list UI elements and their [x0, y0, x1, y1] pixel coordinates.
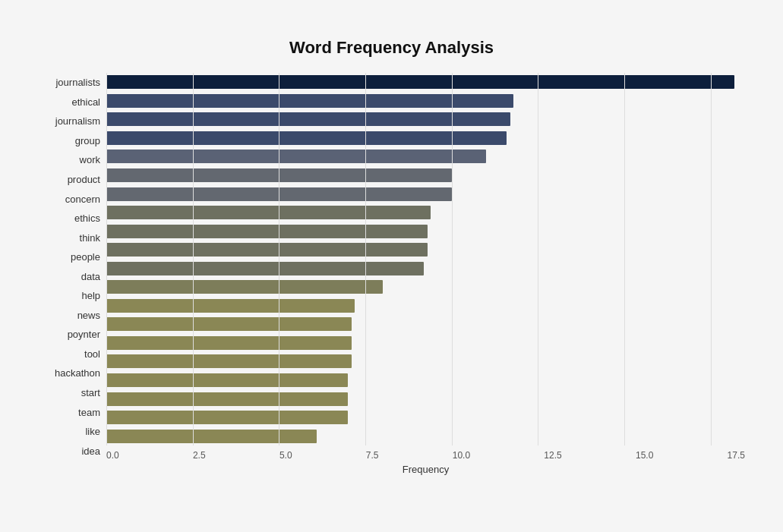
x-tick: 15.0: [636, 450, 653, 461]
y-label: hackathon: [38, 368, 100, 378]
bar: [106, 411, 348, 424]
chart-container: Word Frequency Analysis journalistsethic…: [15, 15, 768, 532]
y-label: ethical: [38, 97, 100, 107]
bar-row: [106, 297, 745, 314]
y-label: ethics: [38, 213, 100, 223]
x-tick: 7.5: [366, 450, 379, 461]
bar: [106, 206, 431, 219]
y-label: start: [38, 388, 100, 398]
y-label: like: [38, 427, 100, 436]
bar-row: [106, 372, 745, 389]
bar: [106, 336, 352, 350]
y-label: people: [38, 252, 100, 262]
x-tick: 5.0: [279, 450, 292, 461]
bar: [106, 392, 348, 406]
bar-row: [106, 353, 745, 370]
y-label: work: [38, 155, 100, 165]
chart-title: Word Frequency Analysis: [38, 30, 745, 58]
y-label: journalists: [38, 77, 100, 87]
y-label: concern: [38, 194, 100, 204]
bar-row: [106, 130, 745, 146]
bar: [106, 373, 348, 387]
x-tick: 2.5: [193, 450, 206, 461]
bar-row: [106, 391, 745, 408]
bar: [106, 280, 383, 294]
bar-row: [106, 74, 745, 90]
bar-row: [106, 204, 745, 221]
y-label: think: [38, 233, 100, 243]
bar-row: [106, 93, 745, 109]
bar-row: [106, 223, 745, 240]
y-label: group: [38, 136, 100, 146]
bar-row: [106, 428, 745, 445]
y-label: poynter: [38, 329, 100, 339]
bar-row: [106, 167, 745, 184]
bar: [106, 243, 428, 257]
x-tick: 12.5: [544, 450, 561, 461]
bar: [106, 317, 352, 331]
y-label: team: [38, 408, 100, 417]
bars-and-x: 0.02.55.07.510.012.515.017.5 Frequency: [106, 73, 745, 483]
bar: [106, 354, 352, 368]
bar: [106, 131, 507, 145]
x-tick: 17.5: [728, 450, 745, 461]
bar: [106, 150, 486, 163]
bar: [106, 187, 452, 201]
bar: [106, 430, 317, 443]
bar-row: [106, 335, 745, 351]
x-tick: 0.0: [106, 450, 119, 461]
bar-row: [106, 111, 745, 127]
bar-row: [106, 148, 745, 165]
bar: [106, 94, 513, 108]
y-label: help: [38, 291, 100, 301]
y-label: tool: [38, 349, 100, 359]
y-label: idea: [38, 446, 100, 456]
y-axis-labels: journalistsethicaljournalismgroupworkpro…: [38, 73, 106, 483]
bar-row: [106, 409, 745, 426]
x-bottom: 0.02.55.07.510.012.515.017.5 Frequency: [106, 445, 745, 483]
x-tick: 10.0: [453, 450, 470, 461]
y-label: data: [38, 272, 100, 282]
y-label: news: [38, 310, 100, 320]
bars-wrapper: [106, 73, 745, 445]
x-axis: 0.02.55.07.510.012.515.017.5: [106, 445, 745, 461]
bar-row: [106, 260, 745, 277]
bar-row: [106, 316, 745, 332]
bar: [106, 168, 452, 182]
x-axis-label: Frequency: [106, 461, 745, 475]
bar: [106, 299, 355, 313]
chart-area: journalistsethicaljournalismgroupworkpro…: [38, 73, 745, 483]
y-label: journalism: [38, 116, 100, 126]
bar: [106, 112, 510, 126]
bar: [106, 75, 734, 89]
bar-row: [106, 279, 745, 295]
y-label: product: [38, 175, 100, 184]
bar-row: [106, 241, 745, 258]
bar: [106, 262, 424, 275]
bar-row: [106, 186, 745, 203]
bar: [106, 225, 428, 238]
